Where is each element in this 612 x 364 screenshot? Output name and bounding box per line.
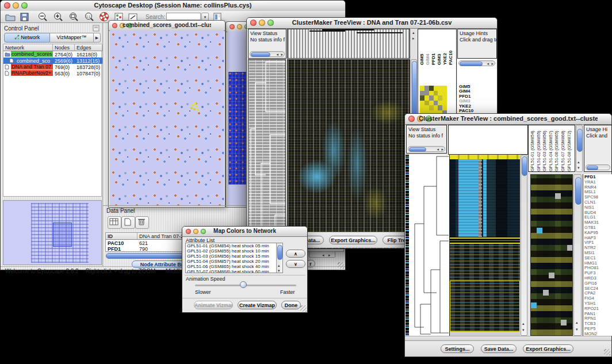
tv2-heatmap-vscroll[interactable]: ▴ ▾ [521,155,527,336]
float-panel-icon[interactable] [93,25,100,32]
tv2-export-graphics-button[interactable]: Export Graphics... [523,344,573,353]
scroll-up-icon[interactable]: ▴ [522,321,525,326]
speed-slider-thumb[interactable] [240,281,247,288]
done-button[interactable]: Done [281,301,301,309]
save-session-icon[interactable] [20,13,29,21]
scroll-down-icon[interactable]: ▾ [522,328,525,332]
network-overview[interactable] [3,200,102,265]
tv1-heatmap[interactable] [287,59,410,249]
tv1-usage-hscroll-thumb[interactable] [460,62,483,66]
scroll-down-icon[interactable]: ▾ [576,327,578,332]
zoom-out-icon[interactable] [37,12,48,22]
net1-canvas[interactable] [110,30,224,206]
tab-network[interactable]: Network [4,33,50,43]
open-session-icon[interactable] [5,13,16,21]
tv2-save-data-button[interactable]: Save Data... [481,344,517,353]
tv2-zoom-heatmap[interactable] [530,174,573,336]
tv2-heatmap-vscroll-thumb[interactable] [522,156,527,176]
help-ring-icon[interactable] [100,12,109,21]
tv2-titlebar[interactable]: ClusterMaker TreeView : combined_scores_… [405,114,611,125]
attribute-listbox[interactable]: GPL51-01 (GSM854) heat shock 05 minGPL51… [185,243,283,273]
minimize-button[interactable] [237,24,242,29]
attribute-item[interactable]: GPL51-03 (GSM856) heat shock 15 min [187,254,281,259]
scroll-left-icon[interactable]: ◂ [487,62,489,66]
scroll-down-icon[interactable]: ▾ [577,166,580,170]
tv1-export-graphics-button[interactable]: Export Graphics... [329,236,377,244]
search-input[interactable] [166,13,201,20]
delete-attribute-button[interactable] [135,216,149,229]
scroll-up-icon[interactable]: ▴ [278,263,280,268]
animate-vizmap-button[interactable]: Animate Vizmap [194,301,233,309]
tab-vizmapper[interactable]: VizMapper™ [50,33,94,43]
tv2-usage-hscroll-thumb[interactable] [587,166,598,170]
zoom-selected-region-icon[interactable] [68,12,79,22]
attr-col-id[interactable]: ID [106,233,137,240]
gene-label[interactable]: MON2 [584,332,612,336]
network-row[interactable]: DNA and Tran 07 769(0) 183728(0) [3,64,102,70]
tv2-heatmap[interactable] [450,155,520,336]
zoom-in-icon[interactable] [53,12,63,22]
net1-titlebar[interactable]: combined_scores_good.txt--cluste... [109,21,225,31]
close-button[interactable] [408,116,415,122]
tv2-heatmap-selection[interactable] [450,281,520,332]
scroll-up-icon[interactable]: ▴ [576,320,578,325]
close-button[interactable] [186,229,191,234]
network-row-selected[interactable]: combined_sco 2569(6) 13112(15) [3,58,102,64]
tv1-submatrix-heatmap[interactable] [420,86,447,115]
resize-grip[interactable] [300,305,307,312]
tv1-status-hscroll-thumb[interactable] [251,52,270,57]
attrlist-vscroll-thumb[interactable] [277,245,282,260]
tv2-settings-button[interactable]: Settings... [441,344,474,353]
scroll-right-icon[interactable]: ▸ [412,36,415,41]
zoom-fit-icon[interactable]: 1:1 [84,12,94,22]
tv2-row-dendrogram[interactable] [409,155,450,336]
attribute-item[interactable]: GPL51-01 (GSM854) heat shock 05 min [187,244,281,249]
scroll-right-icon[interactable]: ▸ [441,147,443,152]
scroll-right-icon[interactable]: ▸ [281,52,283,57]
resize-grip[interactable] [604,349,610,355]
scroll-right-icon[interactable]: ▸ [491,62,494,66]
resize-grip[interactable] [338,262,344,269]
network-row[interactable]: combined_scores 2764(0) 16218(0) [3,51,102,58]
scroll-up-icon[interactable]: ▴ [412,30,415,35]
tv1-heatmap-vscroll-thumb[interactable] [412,61,417,117]
attribute-item[interactable]: GPL51-02 (GSM855) heat shock 10 min [187,249,281,254]
attribute-item[interactable]: GPL51-04 (GSM857) heat shock 20 min [187,259,281,265]
tv2-genelist-vscroll[interactable]: ▴ ▾ [573,174,582,336]
data-panel-hscroll-track[interactable]: ◂ ▸ [309,251,335,258]
create-vizmap-button[interactable]: Create Vizmap [238,301,277,309]
attribute-item[interactable]: GPL51-07 (GSM868) heat shock 60 min [187,270,281,273]
scroll-left-icon[interactable]: ◂ [437,147,439,152]
move-up-button[interactable]: ∧ [286,250,305,258]
tab-overflow-arrow-icon[interactable]: ▶ [94,33,101,43]
close-button[interactable] [230,24,235,29]
scroll-left-icon[interactable]: ◂ [322,253,324,258]
move-down-button[interactable]: ∨ [286,260,305,268]
overview-viewport-rect[interactable] [53,223,72,247]
close-button[interactable] [250,20,257,26]
tv2-genelist-vscroll-thumb[interactable] [575,177,582,205]
tv1-usage-hscroll[interactable]: ◂ ▸ [458,60,495,66]
tv1-titlebar[interactable]: ClusterMaker TreeView : DNA and Tran 07-… [247,18,497,29]
tv1-row-dendrogram[interactable] [248,59,286,249]
new-attribute-button[interactable] [121,216,135,229]
scroll-right-icon[interactable]: ▸ [328,253,331,258]
close-button[interactable] [4,2,10,9]
tv1-status-hscroll[interactable]: ◂ ▸ [250,51,285,57]
tv2-status-hscroll-thumb[interactable] [409,147,426,152]
dialog-titlebar[interactable]: Map Colors to Network [182,227,307,237]
attr-cell[interactable]: PFD1 [106,246,137,252]
attribute-select-button[interactable] [108,216,121,229]
network-row[interactable]: RNAPuberNov2+ 563(0) 107847(0) [3,70,102,76]
tv2-status-hscroll[interactable]: ◂ ▸ [408,146,445,152]
scroll-left-icon[interactable]: ◂ [276,52,278,57]
tv2-collabel-vscroll[interactable]: ▴ ▾ [576,125,583,172]
scroll-down-icon[interactable]: ▾ [278,269,280,273]
attrlist-vscroll[interactable]: ▴ ▾ [276,243,282,273]
tv2-usage-hscroll[interactable] [586,164,610,170]
tv1-column-dendrogram[interactable] [287,29,410,59]
close-button[interactable] [112,23,117,28]
tv2-column-dendrogram[interactable] [448,125,528,155]
main-titlebar[interactable]: Cytoscape Desktop (Session Name: collins… [1,1,345,12]
scroll-up-icon[interactable]: ▴ [577,160,580,164]
